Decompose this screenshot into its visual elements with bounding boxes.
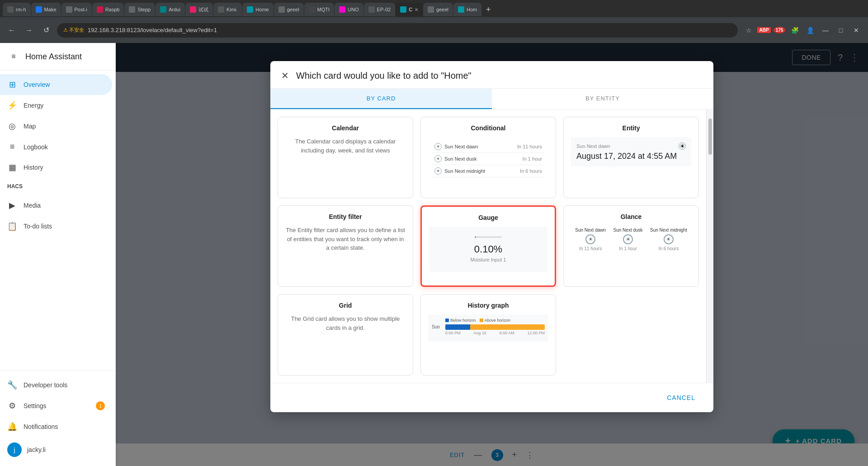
entity-sun-icon: ☀	[679, 143, 686, 150]
modal-header: ✕ Which card would you like to add to "H…	[270, 61, 713, 89]
sidebar-item-hacs[interactable]: HACS	[0, 178, 112, 195]
back-button[interactable]: ←	[5, 24, 18, 37]
cond-time-2: In 1 hour	[523, 156, 542, 162]
sidebar-user[interactable]: j jacky.li	[0, 437, 116, 462]
tab-kimi[interactable]: Kimi.	[213, 3, 242, 16]
legend-dot-yellow	[480, 319, 483, 322]
security-warning: ⚠ 不安全	[63, 27, 84, 33]
menu-toggle[interactable]: ≡	[7, 50, 20, 63]
tab-geeel1[interactable]: geeel	[274, 3, 304, 16]
card-conditional-title: Conditional	[428, 124, 548, 132]
cond-row-1: ☀ Sun Next dawn In 11 hours	[432, 141, 545, 153]
history-bar-yellow	[470, 324, 545, 330]
history-entity-label: Sun	[432, 324, 443, 329]
minimize-button[interactable]: —	[819, 24, 832, 37]
sidebar-label-todo: To-do lists	[24, 223, 52, 230]
extensions-button[interactable]: 🧩	[788, 24, 801, 37]
entity-value: August 17, 2024 at 4:55 AM	[576, 152, 686, 161]
sidebar-nav: ⊞ Overview ⚡ Energy ◎ Map ≡ Logbook ▦ Hi…	[0, 71, 116, 371]
map-icon: ◎	[7, 121, 17, 131]
tab-new[interactable]: +	[482, 3, 495, 16]
badge-175[interactable]: 175	[773, 24, 786, 37]
modal: ✕ Which card would you like to add to "H…	[270, 61, 713, 412]
tab-by-card[interactable]: BY CARD	[270, 89, 492, 109]
tab-ardui[interactable]: Ardui	[156, 3, 185, 16]
card-history-graph-title: History graph	[428, 302, 548, 309]
tab-uno[interactable]: UNO	[335, 3, 363, 16]
maximize-button[interactable]: □	[835, 24, 847, 37]
history-preview: Sun Below horizon	[428, 314, 548, 342]
card-gauge[interactable]: Gauge 0.10% Moisture Input 1	[420, 205, 556, 287]
sidebar-item-overview[interactable]: ⊞ Overview	[0, 74, 112, 95]
sidebar-item-devtools[interactable]: 🔧 Developer tools	[0, 375, 112, 395]
tab-make[interactable]: Make	[31, 3, 61, 16]
sidebar-label-notifications: Notifications	[24, 423, 58, 430]
legend-below-label: Below horizon	[450, 318, 476, 323]
sidebar-item-notifications[interactable]: 🔔 Notifications	[0, 416, 112, 437]
sidebar-item-history[interactable]: ▦ History	[0, 157, 112, 178]
reload-button[interactable]: ↺	[40, 24, 52, 37]
username: jacky.li	[27, 446, 46, 453]
glance-name-3: Sun Next midnight	[650, 228, 687, 233]
history-bar	[445, 324, 545, 330]
sidebar-label-media: Media	[24, 202, 41, 209]
card-entity-filter[interactable]: Entity filter The Entity filter card all…	[278, 205, 413, 287]
modal-close-button[interactable]: ✕	[281, 70, 289, 81]
sidebar-item-todo[interactable]: 📋 To-do lists	[0, 216, 112, 237]
sidebar-label-devtools: Developer tools	[24, 381, 67, 389]
profile-button[interactable]: 👤	[804, 24, 816, 37]
legend-above-label: Above horizon	[485, 318, 511, 323]
glance-time-1: In 11 hours	[579, 246, 602, 251]
url-text: 192.168.3.218:8123/lovelace/default_view…	[88, 27, 217, 33]
cond-time-1: In 11 hours	[517, 144, 542, 149]
modal-overlay: ✕ Which card would you like to add to "H…	[116, 43, 868, 466]
cond-row-3: ☀ Sun Next midnight In 6 hours	[432, 165, 545, 177]
tab-raspb[interactable]: Raspb	[92, 3, 124, 16]
sidebar-item-settings[interactable]: ⚙ Settings 1	[0, 395, 112, 416]
glance-items: Sun Next dawn ☀ In 11 hours Sun Next dus…	[573, 228, 689, 251]
sidebar-item-media[interactable]: ▶ Media	[0, 195, 112, 216]
glance-name-1: Sun Next dawn	[575, 228, 606, 233]
close-window-button[interactable]: ✕	[850, 24, 863, 37]
card-history-graph[interactable]: History graph Sun Belo	[420, 294, 556, 376]
tab-ep02[interactable]: EP-02	[364, 3, 396, 16]
sidebar-item-logbook[interactable]: ≡ Logbook	[0, 137, 112, 157]
tab-home1[interactable]: Home	[242, 3, 273, 16]
time-4: 12:00 PM	[527, 331, 545, 335]
todo-icon: 📋	[7, 221, 17, 231]
glance-item-3: Sun Next midnight ☀ In 6 hours	[650, 228, 687, 251]
tab-stepp[interactable]: Stepp	[124, 3, 155, 16]
abp-button[interactable]: ABP	[758, 24, 770, 37]
card-entity[interactable]: Entity Sun Next dawn ☀ August 17, 2024 a…	[563, 117, 699, 198]
card-calendar[interactable]: Calendar The Calendar card displays a ca…	[278, 117, 413, 198]
tab-by-entity[interactable]: BY ENTITY	[492, 89, 713, 109]
media-icon: ▶	[7, 200, 17, 210]
tab-active[interactable]: C ✕	[396, 3, 423, 16]
glance-name-2: Sun Next dusk	[613, 228, 643, 233]
card-conditional[interactable]: Conditional ☀ Sun Next dawn In 11 hours	[420, 117, 556, 198]
address-bar[interactable]: ⚠ 不安全 192.168.3.218:8123/lovelace/defaul…	[57, 23, 738, 38]
tab-geeel2[interactable]: geeel	[423, 3, 453, 16]
bookmark-button[interactable]: ☆	[742, 24, 755, 37]
modal-tabs: BY CARD BY ENTITY	[270, 89, 713, 109]
card-glance[interactable]: Glance Sun Next dawn ☀ In 11 hours	[563, 205, 699, 287]
cancel-button[interactable]: CANCEL	[660, 390, 703, 405]
glance-item-1: Sun Next dawn ☀ In 11 hours	[575, 228, 606, 251]
tab-mqti[interactable]: MQTI	[304, 3, 335, 16]
tab-bar: rm-h Make Post-i Raspb Stepp Ardui 试试 K	[0, 0, 868, 17]
tab-test[interactable]: 试试	[185, 3, 213, 16]
gauge-label: Moisture Input 1	[471, 257, 506, 262]
card-gauge-title: Gauge	[429, 214, 547, 221]
modal-scrollbar[interactable]	[706, 109, 713, 383]
tab-hom2[interactable]: Hom	[453, 3, 481, 16]
card-grid[interactable]: Grid The Grid card allows you to show mu…	[278, 294, 413, 376]
tab-rm-h[interactable]: rm-h	[3, 3, 31, 16]
overview-icon: ⊞	[7, 80, 17, 90]
tab-post[interactable]: Post-i	[61, 3, 92, 16]
sidebar-item-energy[interactable]: ⚡ Energy	[0, 95, 112, 116]
forward-button[interactable]: →	[23, 24, 35, 37]
cond-row-2: ☀ Sun Next dusk In 1 hour	[432, 153, 545, 165]
logbook-icon: ≡	[7, 142, 17, 152]
card-calendar-desc: The Calendar card displays a calendar in…	[285, 137, 406, 155]
sidebar-item-map[interactable]: ◎ Map	[0, 116, 112, 137]
